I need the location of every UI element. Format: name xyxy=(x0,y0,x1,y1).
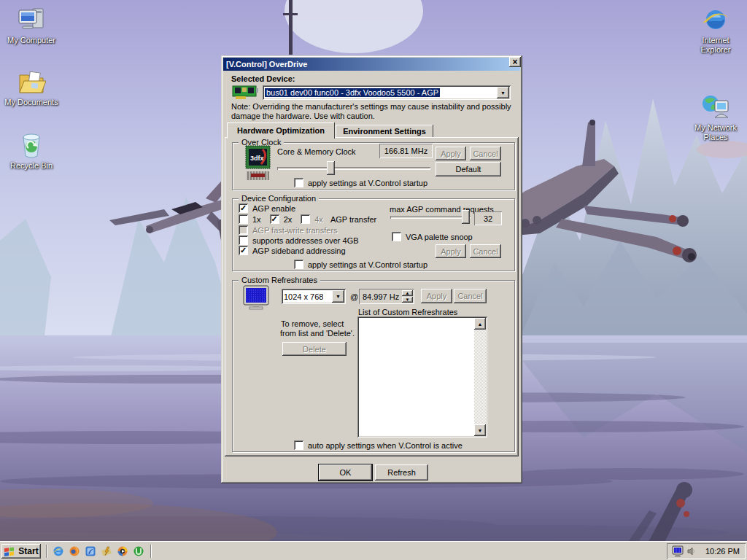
winamp-quicklaunch-icon xyxy=(101,545,112,557)
tray-volume-icon[interactable] xyxy=(686,546,697,556)
max-agp-slider-track[interactable] xyxy=(390,216,471,219)
quicklaunch-winamp[interactable] xyxy=(100,545,113,558)
svg-text:3dfx: 3dfx xyxy=(250,155,264,162)
agp-1x-label: 1x xyxy=(252,215,261,224)
titlebar[interactable]: [V.Control] OverDrive xyxy=(223,58,520,71)
taskbar-separator xyxy=(46,545,47,558)
quicklaunch-blue-app[interactable] xyxy=(84,545,97,558)
listbox-scrollbar[interactable]: ▲ ▼ xyxy=(474,318,486,436)
overclock-startup-label: apply settings at V.Control startup xyxy=(308,179,427,187)
start-button[interactable]: Start xyxy=(1,544,41,559)
close-button[interactable]: × xyxy=(509,57,521,67)
device-config-cancel-button[interactable]: Cancel xyxy=(470,244,501,258)
my-documents-icon xyxy=(17,69,46,96)
overclock-cancel-button[interactable]: Cancel xyxy=(470,147,501,160)
desktop-icon-my-network-places[interactable]: My Network Places xyxy=(686,93,745,142)
clock-slider-thumb[interactable] xyxy=(327,161,335,175)
max-agp-value-display: 32 xyxy=(474,211,502,225)
auto-apply-row: auto apply settings when V.Control is ac… xyxy=(294,440,462,450)
refreshrates-listbox[interactable]: ▲ ▼ xyxy=(357,316,487,438)
monitor-icon xyxy=(243,285,270,310)
max-agp-slider[interactable] xyxy=(390,210,471,225)
resolution-value: 747 x 560 xyxy=(282,292,323,301)
auto-apply-label: auto apply settings when V.Control is ac… xyxy=(308,441,462,450)
agp-transfer-label: AGP transfer xyxy=(330,215,376,224)
delete-button[interactable]: Delete xyxy=(282,342,347,356)
desktop-icon-recycle-bin[interactable]: Recycle Bin xyxy=(1,131,62,171)
device-config-legend: Device Configuration xyxy=(239,194,319,203)
desktop-icon-label: My Computer xyxy=(7,36,55,45)
utorrent-quicklaunch-icon xyxy=(133,545,144,557)
scroll-up-button[interactable]: ▲ xyxy=(474,318,486,330)
clock-value-display: 166.81 MHz xyxy=(379,144,433,158)
vga-snoop-checkbox[interactable] xyxy=(392,232,401,241)
desktop-icon-my-computer[interactable]: My Computer xyxy=(1,6,62,45)
list-label: List of Custom Refreshrates xyxy=(358,308,457,316)
window-title: [V.Control] OverDrive xyxy=(223,60,307,69)
fast-write-checkbox[interactable] xyxy=(239,225,248,235)
refreshrates-apply-button[interactable]: Apply xyxy=(421,289,452,303)
selected-device-value: bus01 dev00 func00 - 3dfx Voodoo5 5500 -… xyxy=(265,88,440,97)
refresh-button[interactable]: Refresh xyxy=(375,464,428,481)
overclock-startup-row: apply settings at V.Control startup xyxy=(294,178,427,187)
addresses-label: supports addresses over 4GB xyxy=(252,236,359,245)
resolution-dropdown-button[interactable]: ▼ xyxy=(332,290,344,303)
quicklaunch-firefox[interactable] xyxy=(68,545,81,558)
resolution-combobox[interactable]: 747 x 560 ▼ xyxy=(282,289,346,304)
recycle-bin-icon xyxy=(18,131,44,159)
vga-snoop-row: VGA palette snoop xyxy=(392,232,473,241)
refreshrates-cancel-button[interactable]: Cancel xyxy=(454,289,487,303)
device-dropdown-button[interactable]: ▼ xyxy=(497,87,509,98)
agp-transfer-row: 1x ✓ 2x 4x AGP transfer xyxy=(239,214,376,224)
device-config-apply-button[interactable]: Apply xyxy=(436,244,466,258)
desktop-icon-label: Internet Explorer xyxy=(686,36,745,55)
addresses-checkbox[interactable] xyxy=(239,236,248,245)
quicklaunch-utorrent[interactable] xyxy=(132,545,145,558)
quicklaunch-internet-explorer[interactable] xyxy=(52,545,65,558)
agp-2x-label: 2x xyxy=(284,215,293,224)
clock-slider-track[interactable] xyxy=(277,167,430,170)
desktop-icon-label: My Network Places xyxy=(686,123,745,142)
device-config-startup-row: apply settings at V.Control startup xyxy=(294,260,427,269)
auto-apply-checkbox[interactable] xyxy=(294,440,303,450)
desktop-icon-my-documents[interactable]: My Documents xyxy=(1,69,62,107)
hz-spin-up-button[interactable]: ▲ xyxy=(402,290,413,296)
tab-environment-settings[interactable]: Environment Settings xyxy=(336,125,433,138)
agp-4x-label: 4x xyxy=(314,215,323,224)
addresses-row: supports addresses over 4GB xyxy=(239,236,359,245)
tray-clock: 10:26 PM xyxy=(705,547,740,556)
3dfx-chip-icon: 3dfx xyxy=(245,145,271,182)
agp-enable-row: ✓ AGP enable xyxy=(239,203,295,213)
max-agp-slider-thumb[interactable] xyxy=(462,210,470,224)
fast-write-label: AGP fast-write transfers xyxy=(252,226,338,235)
agp-enable-label: AGP enable xyxy=(252,204,295,213)
hz-spin-down-button[interactable]: ▼ xyxy=(402,297,413,303)
agp-4x-checkbox[interactable] xyxy=(301,214,310,224)
fast-write-row: AGP fast-write transfers xyxy=(239,225,338,235)
start-label: Start xyxy=(18,546,38,556)
overclock-default-button[interactable]: Default xyxy=(436,162,501,176)
tab-hardware-optimization[interactable]: Hardware Optimization xyxy=(227,122,335,139)
device-config-startup-checkbox[interactable] xyxy=(294,260,303,269)
graphics-card-icon xyxy=(231,83,259,102)
overclock-apply-button[interactable]: Apply xyxy=(436,147,466,160)
taskbar-separator xyxy=(150,545,152,558)
selected-device-combobox[interactable]: bus01 dev00 func00 - 3dfx Voodoo5 5500 -… xyxy=(263,85,511,100)
desktop-icon-internet-explorer[interactable]: Internet Explorer xyxy=(686,6,745,55)
ok-button[interactable]: OK xyxy=(319,464,372,481)
clock-slider[interactable] xyxy=(277,161,430,176)
tray-display-icon[interactable] xyxy=(672,545,684,557)
device-config-startup-label: apply settings at V.Control startup xyxy=(308,260,427,269)
agp-1x-checkbox[interactable] xyxy=(239,214,248,224)
agp-enable-checkbox[interactable]: ✓ xyxy=(239,203,248,213)
agp-2x-checkbox[interactable]: ✓ xyxy=(270,214,279,224)
quicklaunch-media-player[interactable] xyxy=(116,545,129,558)
desktop-icon-label: My Documents xyxy=(4,98,58,107)
scroll-down-button[interactable]: ▼ xyxy=(474,424,486,436)
remove-hint-line1: To remove, select xyxy=(281,319,344,328)
sideband-label: AGP sideband addressing xyxy=(252,246,346,255)
media-player-quicklaunch-icon xyxy=(117,545,128,557)
overclock-startup-checkbox[interactable] xyxy=(294,178,303,187)
sideband-checkbox[interactable]: ✓ xyxy=(239,246,248,255)
desktop-icon-label: Recycle Bin xyxy=(10,161,53,171)
